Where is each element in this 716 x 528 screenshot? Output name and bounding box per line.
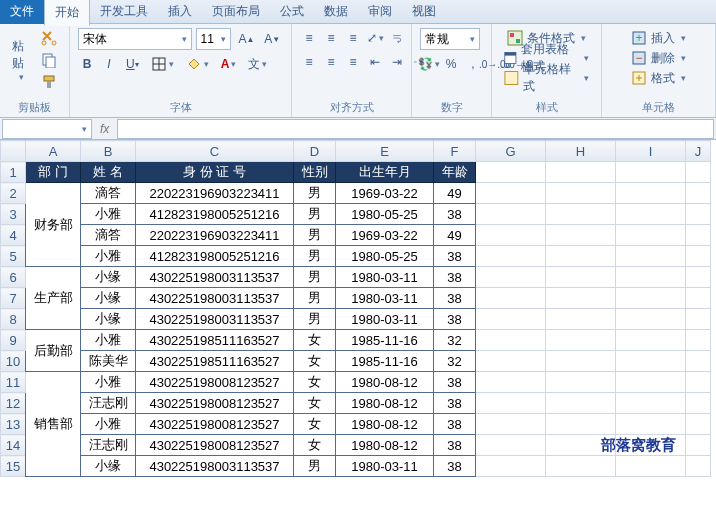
delete-cell-button[interactable]: −删除 — [610, 48, 707, 68]
cell[interactable] — [616, 162, 686, 183]
indent-inc-button[interactable]: ⇥ — [388, 52, 406, 72]
cell-id[interactable]: 412823198005251216 — [136, 204, 294, 225]
cell-age[interactable]: 49 — [434, 225, 476, 246]
format-painter-button[interactable] — [37, 72, 61, 92]
tab-dev[interactable]: 开发工具 — [90, 0, 158, 24]
cell[interactable] — [686, 162, 711, 183]
cell-birth[interactable]: 1980-08-12 — [336, 372, 434, 393]
cell-birth[interactable]: 1980-05-25 — [336, 204, 434, 225]
cell-age[interactable]: 38 — [434, 393, 476, 414]
cell[interactable] — [546, 372, 616, 393]
cell-id[interactable]: 430225198008123527 — [136, 393, 294, 414]
cell-id[interactable]: 430225198003113537 — [136, 288, 294, 309]
spreadsheet-grid[interactable]: ABCDEFGHIJ1部 门姓 名身 份 证 号性别出生年月年龄2财务部滴答22… — [0, 140, 711, 477]
hdr-name[interactable]: 姓 名 — [81, 162, 136, 183]
col-header-C[interactable]: C — [136, 141, 294, 162]
cell[interactable] — [546, 162, 616, 183]
cell-name[interactable]: 小缘 — [81, 456, 136, 477]
cell-sex[interactable]: 女 — [294, 351, 336, 372]
cell-age[interactable]: 38 — [434, 288, 476, 309]
cell-sex[interactable]: 男 — [294, 309, 336, 330]
cell-age[interactable]: 38 — [434, 204, 476, 225]
cell-age[interactable]: 38 — [434, 372, 476, 393]
cell[interactable] — [476, 183, 546, 204]
align-middle-button[interactable]: ≡ — [322, 28, 340, 48]
percent-button[interactable]: % — [442, 54, 460, 74]
cell-id[interactable]: 430225198008123527 — [136, 414, 294, 435]
cell[interactable] — [616, 225, 686, 246]
cell[interactable] — [476, 372, 546, 393]
cell[interactable] — [476, 225, 546, 246]
cell-birth[interactable]: 1980-08-12 — [336, 435, 434, 456]
cell-age[interactable]: 38 — [434, 246, 476, 267]
hdr-age[interactable]: 年龄 — [434, 162, 476, 183]
cell[interactable] — [546, 351, 616, 372]
cell[interactable] — [616, 309, 686, 330]
tab-layout[interactable]: 页面布局 — [202, 0, 270, 24]
cell[interactable] — [686, 267, 711, 288]
hdr-id[interactable]: 身 份 证 号 — [136, 162, 294, 183]
cell[interactable] — [686, 435, 711, 456]
cell[interactable] — [616, 414, 686, 435]
cell-dept[interactable]: 生产部 — [26, 267, 81, 330]
row-header-11[interactable]: 11 — [1, 372, 26, 393]
cell-age[interactable]: 38 — [434, 435, 476, 456]
col-header-I[interactable]: I — [616, 141, 686, 162]
cell[interactable] — [476, 351, 546, 372]
cell-name[interactable]: 小雅 — [81, 414, 136, 435]
cell-style-button[interactable]: 单元格样式 — [500, 68, 593, 88]
tab-home[interactable]: 开始 — [44, 0, 90, 26]
cell[interactable] — [476, 330, 546, 351]
cell[interactable] — [546, 204, 616, 225]
row-header-6[interactable]: 6 — [1, 267, 26, 288]
cell-name[interactable]: 滴答 — [81, 183, 136, 204]
font-color-button[interactable]: A — [217, 54, 241, 74]
cell-name[interactable]: 小雅 — [81, 372, 136, 393]
cell-id[interactable]: 430225198003113537 — [136, 309, 294, 330]
cell[interactable] — [546, 414, 616, 435]
bold-button[interactable]: B — [78, 54, 96, 74]
paste-button[interactable]: 粘贴 — [8, 38, 33, 82]
cell-sex[interactable]: 男 — [294, 246, 336, 267]
cell[interactable] — [476, 414, 546, 435]
cell[interactable] — [686, 456, 711, 477]
cell-sex[interactable]: 男 — [294, 267, 336, 288]
row-header-7[interactable]: 7 — [1, 288, 26, 309]
cell[interactable] — [546, 183, 616, 204]
cell-name[interactable]: 汪志刚 — [81, 393, 136, 414]
cell-sex[interactable]: 女 — [294, 393, 336, 414]
cell[interactable] — [616, 393, 686, 414]
row-header-15[interactable]: 15 — [1, 456, 26, 477]
cell[interactable] — [546, 288, 616, 309]
align-top-button[interactable]: ≡ — [300, 28, 318, 48]
cell-age[interactable]: 32 — [434, 351, 476, 372]
cell-birth[interactable]: 1985-11-16 — [336, 351, 434, 372]
cell[interactable] — [546, 267, 616, 288]
cell-age[interactable]: 38 — [434, 309, 476, 330]
align-bottom-button[interactable]: ≡ — [344, 28, 362, 48]
cell[interactable] — [476, 246, 546, 267]
cell-sex[interactable]: 女 — [294, 372, 336, 393]
underline-button[interactable]: U▾ — [122, 54, 143, 74]
fx-icon[interactable]: fx — [94, 122, 115, 136]
italic-button[interactable]: I — [100, 54, 118, 74]
cell-age[interactable]: 38 — [434, 414, 476, 435]
cell[interactable] — [476, 288, 546, 309]
cell[interactable] — [476, 309, 546, 330]
cell-name[interactable]: 陈美华 — [81, 351, 136, 372]
tab-data[interactable]: 数据 — [314, 0, 358, 24]
border-button[interactable] — [147, 54, 178, 74]
cell[interactable] — [686, 351, 711, 372]
cell[interactable] — [686, 309, 711, 330]
cell[interactable] — [686, 414, 711, 435]
cell[interactable] — [616, 330, 686, 351]
col-header-H[interactable]: H — [546, 141, 616, 162]
orientation-button[interactable]: ⤢ — [366, 28, 384, 48]
tab-insert[interactable]: 插入 — [158, 0, 202, 24]
cell-dept[interactable]: 销售部 — [26, 372, 81, 477]
cell[interactable] — [476, 204, 546, 225]
cell[interactable] — [546, 225, 616, 246]
cell-id[interactable]: 220223196903223411 — [136, 183, 294, 204]
cell[interactable] — [616, 456, 686, 477]
tab-review[interactable]: 审阅 — [358, 0, 402, 24]
